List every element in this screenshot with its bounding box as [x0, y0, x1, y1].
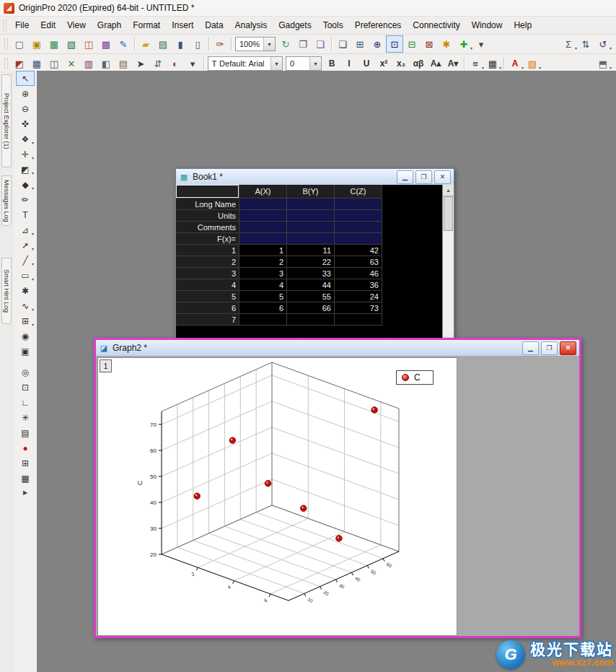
- data-cell[interactable]: 42: [335, 245, 382, 256]
- mask-tool[interactable]: ◆▾: [16, 177, 35, 192]
- axis-tool[interactable]: ∟: [16, 395, 35, 410]
- close-button[interactable]: ✕: [434, 170, 451, 184]
- insert-graph-tool[interactable]: ⊞▾: [16, 313, 35, 328]
- row-header[interactable]: 4: [176, 279, 239, 291]
- rectangle-tool[interactable]: ▭▾: [16, 268, 35, 283]
- data-cell[interactable]: 6: [239, 302, 287, 314]
- import-wizard-button[interactable]: ✎: [115, 35, 132, 53]
- scatter-point[interactable]: [265, 481, 270, 486]
- row-header[interactable]: 3: [176, 268, 239, 279]
- open-excel-button[interactable]: ▤: [154, 35, 172, 53]
- minimize-button[interactable]: ▁: [522, 341, 539, 355]
- data-cell[interactable]: 44: [287, 279, 335, 291]
- dock-tab-project-explorer[interactable]: Project Explorer (1): [1, 74, 12, 167]
- sort-columns-button[interactable]: ⇅: [577, 35, 594, 53]
- pointer-mode-button[interactable]: ➤: [132, 55, 149, 72]
- column-header[interactable]: C(Z): [335, 185, 382, 198]
- arrow-tool[interactable]: ➚▾: [16, 237, 35, 253]
- new-layout-button[interactable]: ❑: [312, 35, 329, 53]
- arrange-layers-button[interactable]: ▤: [115, 55, 132, 72]
- add-layer-button[interactable]: ✚▾: [455, 35, 472, 53]
- scatter-point[interactable]: [336, 536, 342, 541]
- menu-connectivity[interactable]: Connectivity: [407, 18, 465, 32]
- plot-3d[interactable]: 203040506070102030405060246C: [98, 358, 457, 635]
- mask-range-button[interactable]: ◐: [167, 55, 184, 72]
- minimize-button[interactable]: ▁: [397, 170, 413, 184]
- update-all-button[interactable]: ↺▾: [594, 35, 612, 53]
- row-header[interactable]: 1: [176, 245, 239, 256]
- graph2-title-bar[interactable]: ◪ Graph2 * ▁❐✕: [96, 340, 579, 357]
- zoom-out-tool[interactable]: ⊖: [16, 101, 35, 116]
- zoom-select[interactable]: 100%▾: [235, 37, 276, 51]
- underline-button[interactable]: U: [358, 55, 375, 72]
- format-more-button[interactable]: ▾: [184, 55, 201, 72]
- superscript-button[interactable]: x²: [375, 55, 392, 72]
- new-matrix-button[interactable]: ▩: [97, 35, 115, 53]
- refresh-graph-button[interactable]: ↻: [277, 35, 294, 53]
- chevron-down-icon[interactable]: ▾: [263, 38, 275, 51]
- row-header[interactable]: 5: [176, 291, 239, 302]
- zoom-in-graph-button[interactable]: ⊕: [369, 35, 386, 53]
- delete-element-button[interactable]: ✕: [63, 55, 80, 72]
- data-cell[interactable]: [239, 222, 287, 233]
- data-cell[interactable]: [287, 222, 335, 233]
- data-cell[interactable]: 33: [287, 268, 335, 279]
- subscript-button[interactable]: x₂: [392, 55, 410, 72]
- insert-word-table-tool[interactable]: ▦: [16, 471, 35, 486]
- plot-legend[interactable]: C: [396, 370, 434, 385]
- toolbar-grip[interactable]: [3, 19, 6, 31]
- data-cell[interactable]: [239, 233, 287, 245]
- digitize-image-button[interactable]: ✑: [211, 35, 229, 53]
- data-cell[interactable]: [335, 314, 382, 326]
- menu-help[interactable]: Help: [508, 18, 537, 32]
- row-header[interactable]: Comments: [176, 222, 239, 233]
- data-cell[interactable]: 55: [287, 291, 335, 302]
- column-statistics-button[interactable]: Σ▾: [560, 35, 577, 53]
- circle-annotation-tool[interactable]: ◎: [16, 365, 35, 380]
- new-excel-button[interactable]: ▧: [63, 35, 80, 53]
- menu-insert[interactable]: Insert: [166, 18, 199, 32]
- row-header[interactable]: Long Name: [176, 198, 239, 210]
- menu-analysis[interactable]: Analysis: [229, 18, 273, 32]
- cylinder-tool[interactable]: ▣: [16, 344, 35, 359]
- hand-tool[interactable]: ✱: [16, 283, 35, 298]
- data-cell[interactable]: 36: [335, 279, 382, 291]
- data-cell[interactable]: [287, 198, 335, 210]
- star-tool[interactable]: ✳: [16, 410, 35, 425]
- title-bar[interactable]: ◢ OriginPro 2020 (Expired) 64-bit - UNTI…: [0, 0, 616, 17]
- data-selector-tool[interactable]: ◩▾: [16, 162, 35, 177]
- menu-window[interactable]: Window: [466, 18, 509, 32]
- layer-contents-button[interactable]: ▦: [28, 55, 45, 72]
- toolbar-grip[interactable]: [4, 58, 8, 69]
- row-header[interactable]: 6: [176, 302, 239, 314]
- new-graph-button[interactable]: ◫: [80, 35, 97, 53]
- data-cell[interactable]: [287, 233, 335, 245]
- data-cell[interactable]: [335, 222, 382, 233]
- data-cell[interactable]: 63: [335, 256, 382, 268]
- greek-button[interactable]: αβ: [410, 55, 427, 72]
- more-tools-button[interactable]: ▾: [472, 35, 490, 53]
- scrollbar-thumb[interactable]: [444, 196, 453, 231]
- annotation-tool[interactable]: ⊿▾: [16, 222, 35, 237]
- data-reader-tool[interactable]: ✛▾: [16, 147, 35, 162]
- save-template-button[interactable]: ▯: [189, 35, 206, 53]
- dock-tab-messages-log[interactable]: Messages Log: [1, 175, 12, 226]
- new-project-button[interactable]: ▢: [11, 35, 28, 53]
- restore-button[interactable]: ❐: [541, 341, 558, 355]
- data-cell[interactable]: 5: [239, 291, 287, 302]
- open-button[interactable]: ▰: [137, 35, 154, 53]
- row-header[interactable]: 2: [176, 256, 239, 268]
- data-cell[interactable]: 73: [335, 302, 382, 314]
- color-picker-tool[interactable]: ●: [16, 440, 35, 455]
- data-cell[interactable]: 24: [335, 291, 382, 302]
- fill-color-button[interactable]: ▨▾: [524, 55, 541, 72]
- plot-setup-button[interactable]: ◩: [11, 55, 28, 72]
- scatter-point[interactable]: [301, 505, 307, 511]
- bold-button[interactable]: B: [323, 55, 340, 72]
- polyline-tool[interactable]: ∿▾: [16, 298, 35, 313]
- font-color-button[interactable]: A▾: [506, 55, 524, 72]
- new-workbook-button[interactable]: ▦: [45, 35, 63, 53]
- matrix-view-button[interactable]: ⊠: [421, 35, 438, 53]
- book1-vertical-scrollbar[interactable]: ▲ ▼: [442, 185, 454, 349]
- apply-format-button[interactable]: ⬒▾: [594, 55, 612, 72]
